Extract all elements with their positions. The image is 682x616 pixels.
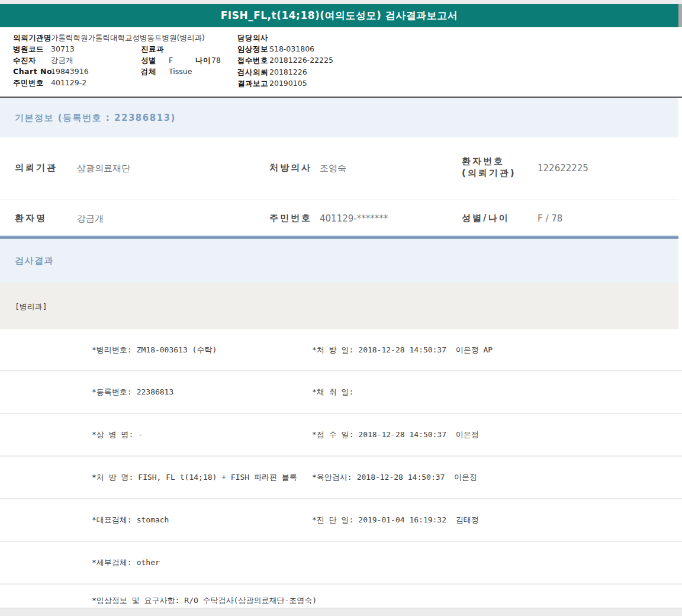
result-label: *육안검사: [312, 473, 352, 482]
field-value-test-request: 20181226 [269, 68, 307, 76]
table-label-patient-no-line2: (의뢰기관) [462, 168, 516, 179]
basic-info-section-header: 기본정보 (등록번호 : 22386813) [0, 98, 678, 137]
result-label: *채 취 일: [312, 387, 353, 396]
field-label-sex: 성별 [141, 56, 156, 66]
result-value: ZM18-003613 (수탁) [137, 345, 217, 354]
result-row-order-name: *처 방 명:FISH, FL t(14;18) + FISH 파라핀 블록 *… [0, 455, 682, 498]
result-row-registration-no: *등록번호:22386813 *채 취 일: [0, 370, 682, 413]
result-label: *세부검체: [92, 558, 132, 567]
result-value: R/O 수탁검사(삼광의료재단-조영숙) [184, 596, 317, 605]
field-value-hospital-code: 30713 [51, 44, 75, 53]
result-right-cell: *육안검사:2018-12-28 14:50:37 이은정 [312, 472, 477, 483]
result-value: - [138, 430, 143, 439]
field-value-sex: F [169, 56, 173, 65]
field-value-resident-no: 401129-2 [51, 78, 86, 87]
table-value-prescribing-doctor: 조영숙 [320, 163, 346, 174]
result-right-cell: *채 취 일: [312, 387, 358, 397]
table-value-patient-name: 강금개 [77, 213, 104, 224]
result-value: 2018-12-28 14:50:37 이은정 [357, 473, 477, 482]
table-label-sex-age: 성별/나이 [462, 213, 509, 224]
field-label-attending-doctor: 담당의사 [237, 33, 268, 43]
field-label-department: 진료과 [141, 44, 164, 54]
result-label: *등록번호: [92, 387, 132, 396]
result-row-sub-specimen: *세부검체:other [0, 541, 682, 583]
field-label-referring-org: 의뢰기관명 [13, 33, 52, 43]
result-value: FISH, FL t(14;18) + FISH 파라핀 블록 [138, 473, 297, 482]
result-right-cell: *진 단 일:2019-01-04 16:19:32 김태정 [312, 515, 479, 525]
table-label-prescribing-doctor: 처방의사 [269, 162, 312, 174]
result-left-cell: *임상정보 및 요구사항:R/O 수탁검사(삼광의료재단-조영숙) [92, 595, 317, 606]
field-label-resident-no: 주민번호 [13, 78, 44, 88]
field-value-chart-no: 19843916 [51, 67, 89, 76]
result-right-cell: *처 방 일:2018-12-28 14:50:37 이은정 AP [312, 345, 493, 355]
field-value-referring-org: 가톨릭학원가톨릭대학교성병동트병원(병리과) [51, 33, 205, 43]
department-band: [병리과] [0, 283, 678, 329]
page-right-edge [678, 4, 682, 27]
basic-info-heading: 기본정보 (등록번호 : 22386813) [15, 113, 176, 123]
table-row-divider [0, 200, 678, 200]
field-value-examinee: 강금개 [51, 56, 73, 66]
field-label-hospital-code: 병원코드 [13, 44, 44, 54]
field-value-receipt-no: 20181226-22225 [269, 56, 333, 65]
result-right-cell [312, 559, 317, 567]
table-value-patient-no: 122622225 [538, 163, 588, 174]
report-page: FISH_FL,t(14;18)(여의도성모) 검사결과보고서 의뢰기관명 가톨… [0, 0, 682, 616]
result-value: 2018-12-28 14:50:37 이은정 AP [358, 345, 493, 354]
table-value-referring-org: 삼광의료재단 [77, 163, 130, 174]
result-left-cell: *처 방 명:FISH, FL t(14;18) + FISH 파라핀 블록 [92, 472, 297, 483]
field-label-specimen: 검체 [141, 67, 156, 77]
result-label: *접 수 일: [312, 430, 353, 439]
result-label: *병리번호: [92, 345, 132, 354]
result-row-disease-name: *상 병 명:- *접 수 일:2018-12-28 14:50:37 이은정 [0, 413, 682, 455]
result-value: 2019-01-04 16:19:32 김태정 [358, 515, 478, 524]
page-top-edge [0, 0, 682, 4]
result-row-pathology-no: *병리번호:ZM18-003613 (수탁) *처 방 일:2018-12-28… [0, 329, 682, 370]
field-label-result-report: 결과보고 [237, 79, 268, 89]
field-label-examinee: 수진자 [13, 56, 36, 66]
result-left-cell: *병리번호:ZM18-003613 (수탁) [92, 345, 217, 355]
result-left-cell: *상 병 명:- [92, 429, 143, 440]
table-label-patient-name: 환자명 [15, 213, 47, 224]
department-label: [병리과] [15, 302, 47, 311]
result-label: *대표검체: [92, 515, 132, 524]
results-heading: 검사결과 [15, 255, 54, 266]
result-value: other [137, 558, 160, 567]
field-label-receipt-no: 접수번호 [237, 56, 268, 66]
table-label-resident-reg-no: 주민번호 [269, 213, 312, 224]
result-right-cell: *접 수 일:2018-12-28 14:50:37 이은정 [312, 429, 479, 440]
result-value: stomach [137, 515, 169, 524]
result-value: 2018-12-28 14:50:37 이은정 [358, 430, 478, 439]
table-value-resident-reg-no: 401129-******* [320, 213, 388, 224]
results-section-header: 검사결과 [0, 239, 678, 283]
result-left-cell: *세부검체:other [92, 557, 160, 568]
field-label-chart-no: Chart No. [13, 67, 55, 76]
report-title-bar: FISH_FL,t(14;18)(여의도성모) 검사결과보고서 [0, 4, 678, 27]
result-label: *임상정보 및 요구사항: [92, 596, 179, 605]
table-label-patient-no-line1: 환자번호 [462, 156, 504, 167]
field-value-result-report: 20190105 [269, 79, 307, 88]
field-label-clinical-info: 임상정보 [237, 44, 268, 54]
table-label-referring-org: 의뢰기관 [15, 162, 57, 174]
result-value: 22386813 [137, 387, 174, 396]
result-label: *진 단 일: [312, 515, 353, 524]
table-value-sex-age: F / 78 [538, 213, 562, 224]
field-value-specimen: Tissue [169, 67, 192, 76]
result-label: *처 방 명: [92, 473, 133, 482]
report-title: FISH_FL,t(14;18)(여의도성모) 검사결과보고서 [221, 9, 458, 21]
result-label: *처 방 일: [312, 345, 353, 354]
field-value-age: 78 [211, 56, 221, 65]
result-row-main-specimen: *대표검체:stomach *진 단 일:2019-01-04 16:19:32… [0, 498, 682, 541]
result-left-cell: *대표검체:stomach [92, 515, 169, 525]
field-label-age: 나이 [195, 56, 211, 66]
page-bottom-edge [0, 608, 682, 616]
result-label: *상 병 명: [92, 430, 133, 439]
result-left-cell: *등록번호:22386813 [92, 387, 173, 397]
field-label-test-request: 검사의뢰 [237, 68, 268, 78]
field-value-clinical-info: S18-031806 [269, 44, 314, 53]
